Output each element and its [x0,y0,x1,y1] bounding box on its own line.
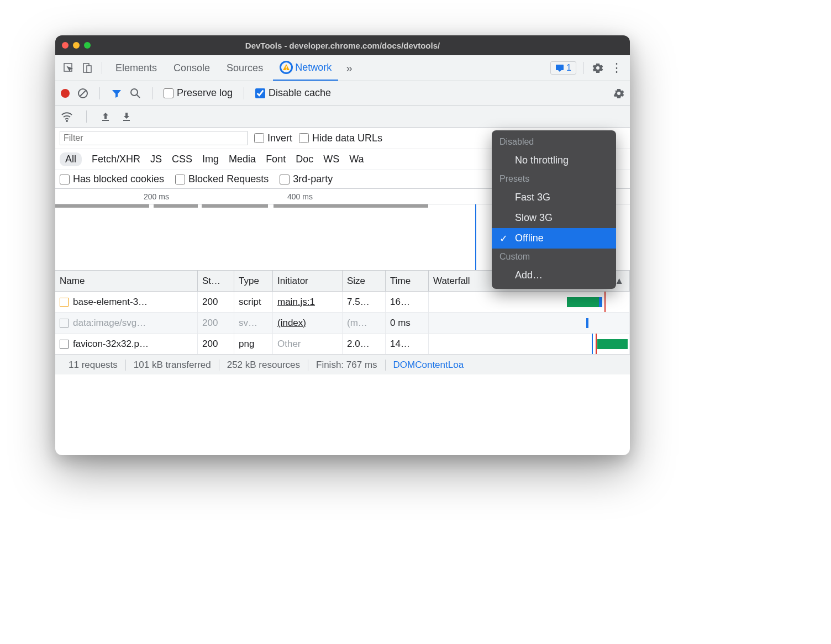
waterfall-bar [586,318,588,328]
throttle-option-add[interactable]: Add… [492,265,616,286]
col-initiator[interactable]: Initiator [273,271,343,291]
col-name[interactable]: Name [55,271,198,291]
status-finish: Finish: 767 ms [308,360,386,371]
tab-sources[interactable]: Sources [220,55,270,81]
network-toolbar: Preserve log Disable cache [55,81,630,105]
col-status[interactable]: St… [198,271,234,291]
throttle-option-fast3g[interactable]: Fast 3G [492,187,616,208]
type-js[interactable]: JS [150,154,162,165]
tab-network[interactable]: Network [273,55,338,81]
table-row[interactable]: base-element-3… 200 script main.js:1 7.5… [55,292,630,313]
network-toolbar-2 [55,105,630,128]
status-resources: 252 kB resources [219,360,308,371]
download-har-icon[interactable] [121,111,132,122]
type-doc[interactable]: Doc [296,154,313,165]
col-time[interactable]: Time [386,271,429,291]
throttling-dropdown: Disabled No throttling Presets Fast 3G S… [492,130,616,289]
type-font[interactable]: Font [266,154,286,165]
record-button[interactable] [61,89,70,98]
svg-rect-5 [556,65,564,70]
type-fetch-xhr[interactable]: Fetch/XHR [92,154,140,165]
table-row[interactable]: favicon-32x32.p… 200 png Other 2.0… 14… [55,334,630,355]
tab-elements[interactable]: Elements [109,55,164,81]
svg-rect-2 [87,66,91,72]
search-icon[interactable] [130,88,141,99]
image-file-icon [60,340,69,349]
hide-data-urls-checkbox[interactable]: Hide data URLs [299,133,382,144]
tick-200: 200 ms [144,192,169,201]
status-transferred: 101 kB transferred [126,360,219,371]
divider [102,62,102,74]
status-dcl: DOMContentLoa [386,360,472,371]
type-media[interactable]: Media [229,154,256,165]
network-settings-icon[interactable] [613,88,624,99]
initiator-link[interactable]: (index) [277,318,306,329]
type-img[interactable]: Img [202,154,219,165]
type-css[interactable]: CSS [172,154,192,165]
table-row[interactable]: data:image/svg… 200 sv… (index) (m… 0 ms [55,313,630,334]
issues-count: 1 [566,63,571,73]
more-tabs-icon[interactable]: » [341,60,357,76]
waterfall-bar [597,339,628,349]
main-tabbar: Elements Console Sources Network » 1 ⋮ [55,55,630,81]
clear-icon[interactable] [77,88,88,99]
tick-400: 400 ms [287,192,313,201]
divider [152,87,152,99]
invert-checkbox[interactable]: Invert [254,133,292,144]
svg-rect-4 [286,69,286,70]
image-file-icon [60,319,69,328]
window-title: DevTools - developer.chrome.com/docs/dev… [55,41,630,50]
devtools-window: DevTools - developer.chrome.com/docs/dev… [55,35,630,455]
type-wasm[interactable]: Wa [349,154,364,165]
divider [86,110,87,123]
blocked-requests-checkbox[interactable]: Blocked Requests [175,173,269,185]
inspect-icon[interactable] [61,60,76,76]
tab-console[interactable]: Console [167,55,217,81]
dropdown-header-presets: Presets [492,171,616,187]
status-bar: 11 requests 101 kB transferred 252 kB re… [55,355,630,374]
waterfall-bar [567,297,600,307]
svg-point-7 [131,89,138,96]
third-party-checkbox[interactable]: 3rd-party [280,173,333,185]
tab-network-label: Network [295,62,332,73]
filter-input[interactable] [60,131,248,145]
initiator-link[interactable]: main.js:1 [277,297,315,308]
svg-rect-10 [123,120,130,121]
preserve-log-checkbox[interactable]: Preserve log [164,87,233,99]
network-conditions-icon[interactable] [61,110,73,123]
svg-point-8 [66,120,67,122]
svg-rect-9 [102,120,109,121]
dropdown-header-disabled: Disabled [492,134,616,150]
blocked-cookies-checkbox[interactable]: Has blocked cookies [60,173,164,185]
throttle-option-none[interactable]: No throttling [492,150,616,171]
divider [99,87,100,99]
filter-icon[interactable] [111,88,122,99]
type-ws[interactable]: WS [323,154,339,165]
settings-icon[interactable] [590,60,606,76]
issues-badge[interactable]: 1 [550,61,576,75]
disable-cache-checkbox[interactable]: Disable cache [255,87,331,99]
kebab-menu-icon[interactable]: ⋮ [609,60,624,76]
throttle-option-slow3g[interactable]: Slow 3G [492,208,616,228]
col-type[interactable]: Type [234,271,273,291]
upload-har-icon[interactable] [100,111,111,122]
svg-rect-3 [286,66,286,68]
warning-icon [280,61,293,74]
status-requests: 11 requests [61,360,126,371]
type-all[interactable]: All [60,152,82,166]
col-size[interactable]: Size [343,271,386,291]
divider [583,62,583,74]
titlebar: DevTools - developer.chrome.com/docs/dev… [55,35,630,55]
divider [244,87,244,99]
script-file-icon [60,298,69,307]
dcl-marker [475,204,476,270]
device-toggle-icon[interactable] [80,60,95,76]
dropdown-header-custom: Custom [492,249,616,265]
throttle-option-offline[interactable]: Offline [492,228,616,249]
